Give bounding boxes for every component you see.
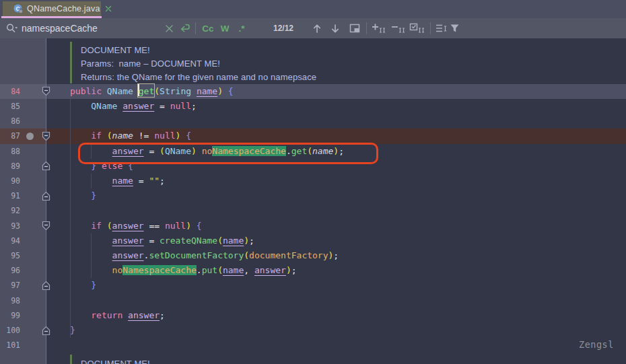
line-number: 99 <box>0 308 20 323</box>
line-number: 95 <box>0 248 20 263</box>
open-in-find-window-icon[interactable] <box>348 18 361 38</box>
line-number: 92 <box>0 203 20 218</box>
code-line-95: answer.setDocumentFactory(documentFactor… <box>112 248 339 263</box>
line-number: 101 <box>0 338 20 353</box>
code-line-85: QName answer = null; <box>91 99 197 114</box>
line-number: 97 <box>0 278 20 293</box>
breakpoint-dot[interactable] <box>26 133 34 140</box>
filter-lines-icon[interactable] <box>435 18 448 38</box>
editor-tab-bar: C QNameCache.java <box>0 0 626 18</box>
fold-marker-down[interactable] <box>42 131 50 141</box>
search-results-count: 12/12 <box>267 18 300 38</box>
code-line-93: if (answer == null) { <box>91 219 201 233</box>
annotation-red-box <box>78 143 378 164</box>
previous-occurrence-icon[interactable] <box>312 18 322 38</box>
code-line-97: } <box>91 278 96 293</box>
select-all-occurrences-icon[interactable] <box>409 18 426 38</box>
separator <box>195 22 196 34</box>
line-number: 100 <box>0 323 20 338</box>
indent-guide <box>91 174 92 188</box>
code-line-90: name = ""; <box>112 174 165 188</box>
fold-marker-down[interactable] <box>42 221 50 231</box>
code-line-94: answer = createQName(name); <box>112 233 254 248</box>
separator <box>366 22 367 34</box>
fold-marker-up[interactable] <box>42 281 50 291</box>
doc-comment-line: Params: name – DOCUMENT ME! <box>81 59 220 69</box>
ide-window: C QNameCache.java namespaceCache <box>0 0 626 364</box>
add-selection-icon[interactable] <box>371 18 387 38</box>
java-class-icon: C <box>13 4 23 13</box>
doc-comment-line: DOCUMENT ME! <box>81 45 150 55</box>
line-number: 91 <box>0 188 20 203</box>
line-number: 88 <box>0 144 20 159</box>
separator <box>430 22 431 34</box>
next-occurrence-icon[interactable] <box>330 18 341 38</box>
search-icon[interactable] <box>5 18 20 38</box>
fold-marker-up[interactable] <box>42 191 50 201</box>
match-case-toggle[interactable]: Cc <box>200 18 216 38</box>
tab-title: QNameCache.java <box>27 4 100 13</box>
search-input[interactable]: namespaceCache <box>22 18 98 38</box>
filter-funnel-icon[interactable] <box>448 18 460 38</box>
indent-guide <box>91 233 92 279</box>
find-toolbar: namespaceCache Cc W .* 12/12 <box>0 18 626 38</box>
remove-selection-icon[interactable] <box>390 18 407 38</box>
doc-comment-line: Returns: the QName for the given name an… <box>81 72 316 82</box>
tab-close-icon[interactable] <box>105 5 112 12</box>
words-toggle[interactable]: W <box>219 18 231 38</box>
line-number: 89 <box>0 159 20 174</box>
line-number: 93 <box>0 219 20 233</box>
watermark-text: Zengsl <box>579 339 614 350</box>
line-number: 94 <box>0 233 20 248</box>
doc-comment-bar <box>70 42 72 83</box>
fold-marker-up[interactable] <box>42 326 50 336</box>
doc-comment-line: DOCUMENT ME! <box>81 359 150 364</box>
line-number: 84 <box>0 84 20 99</box>
code-line-84: public QName get(String name) { <box>70 84 234 99</box>
newline-icon[interactable] <box>178 18 193 38</box>
code-line-99: return answer; <box>91 308 165 323</box>
clear-search-icon[interactable] <box>163 18 175 38</box>
indent-guide <box>70 99 71 338</box>
tab-qnamecache[interactable]: C QNameCache.java <box>3 1 101 16</box>
fold-marker-up[interactable] <box>42 161 50 171</box>
code-line-87: if (name != null) { <box>91 129 191 143</box>
line-number: 86 <box>0 114 20 129</box>
line-number: 90 <box>0 174 20 188</box>
regex-toggle[interactable]: .* <box>235 18 248 38</box>
fold-marker-down[interactable] <box>42 86 50 96</box>
code-line-96: noNamespaceCache.put(name, answer); <box>112 263 297 278</box>
line-number: 96 <box>0 263 20 278</box>
code-line-100: } <box>70 323 75 338</box>
line-number: 85 <box>0 99 20 114</box>
code-editor[interactable]: DOCUMENT ME!Params: name – DOCUMENT ME!R… <box>0 38 626 364</box>
code-line-91: } <box>91 188 96 203</box>
doc-comment-bar <box>70 355 72 364</box>
line-number: 87 <box>0 129 20 143</box>
line-number: 98 <box>0 293 20 308</box>
